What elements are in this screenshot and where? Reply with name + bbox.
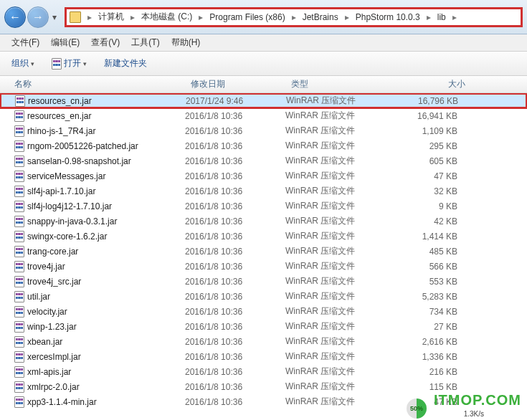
table-row[interactable]: rngom-20051226-patched.jar2016/1/8 10:36… — [0, 138, 527, 153]
archive-icon — [14, 351, 24, 363]
cell-name: xmlrpc-2.0.jar — [0, 381, 185, 393]
table-row[interactable]: resources_cn.jar2017/1/24 9:46WinRAR 压缩文… — [0, 93, 527, 108]
file-name: rngom-20051226-patched.jar — [27, 141, 138, 151]
table-row[interactable]: trove4j_src.jar2016/1/8 10:36WinRAR 压缩文件… — [0, 274, 527, 289]
table-row[interactable]: snappy-in-java-0.3.1.jar2016/1/8 10:36Wi… — [0, 214, 527, 229]
cell-date: 2016/1/8 10:36 — [185, 307, 285, 317]
column-type[interactable]: 类型 — [285, 76, 393, 92]
cell-date: 2016/1/8 10:36 — [185, 397, 285, 407]
breadcrumb[interactable]: ▸ 计算机 ▸ 本地磁盘 (C:) ▸ Program Files (x86) … — [65, 7, 523, 27]
chevron-right-icon[interactable]: ▸ — [449, 12, 460, 22]
file-list[interactable]: resources_cn.jar2017/1/24 9:46WinRAR 压缩文… — [0, 93, 527, 420]
archive-icon — [14, 231, 24, 242]
chevron-right-icon[interactable]: ▸ — [84, 12, 95, 22]
cell-size: 566 KB — [393, 262, 472, 272]
file-name: trove4j_src.jar — [27, 277, 81, 287]
open-button[interactable]: 打开 ▾ — [47, 55, 91, 72]
cell-size: 216 KB — [393, 367, 472, 377]
chevron-right-icon[interactable]: ▸ — [127, 12, 138, 22]
breadcrumb-item-drive-c[interactable]: 本地磁盘 (C:) — [138, 9, 195, 24]
cell-name: swingx-core-1.6.2.jar — [0, 231, 185, 242]
file-name: util.jar — [27, 292, 50, 302]
menu-view[interactable]: 查看(V) — [87, 35, 124, 50]
cell-type: WinRAR 压缩文件 — [285, 200, 393, 212]
cell-name: slf4j-api-1.7.10.jar — [0, 186, 185, 197]
table-row[interactable]: slf4j-api-1.7.10.jar2016/1/8 10:36WinRAR… — [0, 183, 527, 199]
cell-date: 2016/1/8 10:36 — [185, 186, 285, 196]
table-row[interactable]: swingx-core-1.6.2.jar2016/1/8 10:36WinRA… — [0, 229, 527, 244]
file-name: xbean.jar — [27, 337, 62, 347]
history-dropdown[interactable]: ▾ — [49, 7, 60, 27]
table-row[interactable]: winp-1.23.jar2016/1/8 10:36WinRAR 压缩文件27… — [0, 319, 527, 334]
menu-edit[interactable]: 编辑(E) — [47, 35, 84, 50]
chevron-right-icon[interactable]: ▸ — [288, 12, 300, 22]
titlebar: ← → ▾ ▸ 计算机 ▸ 本地磁盘 (C:) ▸ Program Files … — [0, 0, 527, 34]
cell-size: 16,941 KB — [393, 111, 472, 121]
organize-button[interactable]: 组织 ▾ — [7, 55, 39, 72]
column-name[interactable]: 名称 — [0, 76, 185, 92]
table-row[interactable]: xml-apis.jar2016/1/8 10:36WinRAR 压缩文件216… — [0, 364, 527, 379]
column-headers: 名称 修改日期 类型 大小 — [0, 76, 527, 93]
cell-type: WinRAR 压缩文件 — [285, 245, 393, 257]
file-name: velocity.jar — [27, 307, 67, 317]
menu-file[interactable]: 文件(F) — [7, 35, 44, 50]
column-date[interactable]: 修改日期 — [185, 76, 285, 92]
breadcrumb-item-phpstorm[interactable]: PhpStorm 10.0.3 — [353, 11, 423, 24]
menu-help[interactable]: 帮助(H) — [167, 35, 205, 50]
breadcrumb-item-jetbrains[interactable]: JetBrains — [300, 11, 341, 24]
cell-type: WinRAR 压缩文件 — [285, 140, 393, 152]
file-name: xpp3-1.1.4-min.jar — [27, 397, 97, 407]
file-name: rhino-js-1_7R4.jar — [27, 126, 95, 136]
cell-type: WinRAR 压缩文件 — [285, 185, 393, 197]
nav-buttons: ← → — [4, 6, 49, 28]
breadcrumb-item-lib[interactable]: lib — [435, 11, 449, 24]
table-row[interactable]: sanselan-0.98-snapshot.jar2016/1/8 10:36… — [0, 153, 527, 168]
column-size[interactable]: 大小 — [393, 76, 472, 92]
chevron-right-icon[interactable]: ▸ — [195, 12, 206, 22]
cell-size: 47 KB — [393, 171, 472, 181]
archive-icon — [14, 140, 24, 152]
file-name: resources_en.jar — [27, 111, 91, 121]
archive-icon — [14, 110, 24, 122]
table-row[interactable]: velocity.jar2016/1/8 10:36WinRAR 压缩文件734… — [0, 304, 527, 319]
cell-size: 32 KB — [393, 186, 472, 196]
chevron-down-icon: ▾ — [31, 60, 34, 67]
chevron-right-icon[interactable]: ▸ — [423, 12, 435, 22]
table-row[interactable]: xbean.jar2016/1/8 10:36WinRAR 压缩文件2,616 … — [0, 334, 527, 349]
table-row[interactable]: trang-core.jar2016/1/8 10:36WinRAR 压缩文件4… — [0, 244, 527, 259]
archive-icon — [52, 58, 62, 70]
chevron-right-icon[interactable]: ▸ — [341, 12, 353, 22]
archive-icon — [14, 321, 24, 333]
forward-button[interactable]: → — [27, 6, 49, 28]
cell-size: 16,796 KB — [394, 96, 473, 106]
cell-name: serviceMessages.jar — [0, 171, 185, 182]
table-row[interactable]: resources_en.jar2016/1/8 10:36WinRAR 压缩文… — [0, 108, 527, 123]
cell-name: sanselan-0.98-snapshot.jar — [0, 156, 185, 167]
cell-type: WinRAR 压缩文件 — [285, 381, 393, 393]
breadcrumb-item-computer[interactable]: 计算机 — [95, 9, 127, 24]
menu-tools[interactable]: 工具(T) — [127, 35, 163, 50]
cell-size: 1,336 KB — [393, 352, 472, 362]
cell-size: 734 KB — [393, 307, 472, 317]
new-folder-button[interactable]: 新建文件夹 — [100, 55, 151, 72]
cell-date: 2016/1/8 10:36 — [185, 171, 285, 181]
table-row[interactable]: util.jar2016/1/8 10:36WinRAR 压缩文件5,283 K… — [0, 289, 527, 304]
archive-icon — [14, 276, 24, 287]
cell-type: WinRAR 压缩文件 — [285, 125, 393, 137]
cell-type: WinRAR 压缩文件 — [285, 335, 393, 348]
table-row[interactable]: slf4j-log4j12-1.7.10.jar2016/1/8 10:36Wi… — [0, 199, 527, 214]
back-button[interactable]: ← — [4, 6, 26, 28]
cell-name: resources_en.jar — [0, 110, 185, 122]
archive-icon — [14, 381, 24, 393]
table-row[interactable]: xercesImpl.jar2016/1/8 10:36WinRAR 压缩文件1… — [0, 349, 527, 364]
cell-date: 2016/1/8 10:36 — [185, 141, 285, 151]
table-row[interactable]: rhino-js-1_7R4.jar2016/1/8 10:36WinRAR 压… — [0, 123, 527, 138]
table-row[interactable]: trove4j.jar2016/1/8 10:36WinRAR 压缩文件566 … — [0, 259, 527, 274]
table-row[interactable]: serviceMessages.jar2016/1/8 10:36WinRAR … — [0, 168, 527, 183]
archive-icon — [14, 396, 24, 408]
file-name: resources_cn.jar — [28, 96, 92, 106]
file-name: sanselan-0.98-snapshot.jar — [27, 156, 131, 166]
open-label: 打开 — [64, 57, 81, 70]
breadcrumb-item-program-files[interactable]: Program Files (x86) — [206, 11, 288, 24]
archive-icon — [14, 261, 24, 272]
